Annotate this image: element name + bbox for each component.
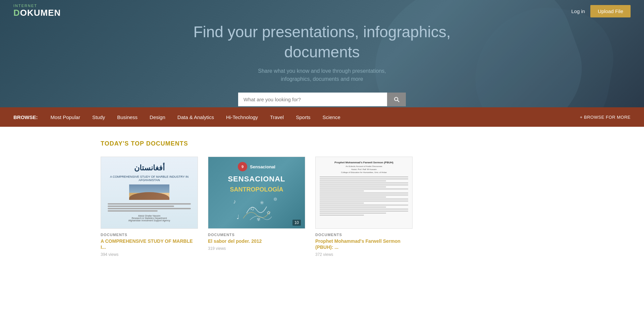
logo-name: DOKUMEN xyxy=(13,8,61,18)
main-content: TODAY'S TOP DOCUMENTS أفغانستان A COMPRE… xyxy=(0,127,644,277)
browse-more[interactable]: + BROWSE FOR MORE xyxy=(580,115,631,120)
hero-subtitle-line2: infographics, documents and more xyxy=(281,76,363,82)
doc1-photo xyxy=(129,184,169,200)
doc-thumbnail-1: أفغانستان A COMPREHENSIVE STUDY OF MARBL… xyxy=(101,157,198,229)
logo[interactable]: internet DOKUMEN xyxy=(13,4,61,18)
browse-label: BROWSE: xyxy=(13,114,38,120)
logo-d: D xyxy=(13,8,20,18)
hero-title: Find your presentations, infographics, d… xyxy=(193,22,450,62)
hero-subtitle-line1: Share what you know and love through pre… xyxy=(258,68,386,74)
login-button[interactable]: Log in xyxy=(571,8,585,14)
hero-subtitle: Share what you know and love through pre… xyxy=(258,67,386,83)
doc-name-1: A COMPREHENSIVE STUDY OF MARBLE I... xyxy=(101,238,198,250)
logo-tagline: internet xyxy=(13,4,61,8)
browse-item-study[interactable]: Study xyxy=(86,107,111,127)
hero-content: Find your presentations, infographics, d… xyxy=(193,22,450,107)
search-input[interactable] xyxy=(238,93,387,106)
upload-button[interactable]: Upload File xyxy=(590,5,631,17)
doc-card-2[interactable]: 9 Sensacional SENSACIONAL SANTROPOLOGÍA … xyxy=(208,157,305,257)
doc-name-3: Prophet Mohammad's Farwell Sermon (PBUH)… xyxy=(315,238,413,250)
browse-item-most-popular[interactable]: Most Popular xyxy=(45,107,86,127)
hero-title-line1: Find your presentations, infographics, xyxy=(193,23,450,41)
nav-right: Log in Upload File xyxy=(571,5,631,17)
hero-title-line2: documents xyxy=(284,43,360,61)
search-icon xyxy=(393,96,400,103)
search-bar xyxy=(238,93,406,106)
browse-inner: BROWSE: Most Popular Study Business Desi… xyxy=(0,107,644,127)
browse-bar: BROWSE: Most Popular Study Business Desi… xyxy=(0,107,644,127)
browse-item-sports[interactable]: Sports xyxy=(290,107,316,127)
browse-item-design[interactable]: Design xyxy=(144,107,171,127)
doc-type-2: DOCUMENTS xyxy=(208,233,305,237)
doc-views-2: 319 views xyxy=(208,246,305,251)
browse-item-travel[interactable]: Travel xyxy=(264,107,290,127)
doc-card-1[interactable]: أفغانستان A COMPREHENSIVE STUDY OF MARBL… xyxy=(101,157,198,257)
doc-type-3: DOCUMENTS xyxy=(315,233,413,237)
browse-item-science[interactable]: Science xyxy=(317,107,346,127)
doc-type-1: DOCUMENTS xyxy=(101,233,198,237)
doc1-title: أفغانستان xyxy=(134,164,165,172)
search-button[interactable] xyxy=(387,93,406,106)
doc-views-1: 394 views xyxy=(101,252,198,257)
documents-grid: أفغانستان A COMPREHENSIVE STUDY OF MARBL… xyxy=(101,157,543,257)
browse-item-data-analytics[interactable]: Data & Analytics xyxy=(171,107,220,127)
header: internet DOKUMEN Log in Upload File Find… xyxy=(0,0,644,107)
browse-item-hi-technology[interactable]: Hi-Technology xyxy=(220,107,264,127)
browse-item-business[interactable]: Business xyxy=(111,107,144,127)
doc-thumbnail-3: Prophet Mohammad's Farwell Sermon (PBUH)… xyxy=(315,157,413,229)
doc-views-3: 372 views xyxy=(315,252,413,257)
doc-name-2: El sabor del poder. 2012 xyxy=(208,238,305,244)
logo-rest: OKUMEN xyxy=(20,8,61,18)
doc-thumbnail-2: 9 Sensacional SENSACIONAL SANTROPOLOGÍA … xyxy=(208,157,305,229)
doc-card-3[interactable]: Prophet Mohammad's Farwell Sermon (PBUH)… xyxy=(315,157,413,257)
section-title: TODAY'S TOP DOCUMENTS xyxy=(101,140,543,147)
navbar: internet DOKUMEN Log in Upload File xyxy=(0,0,644,22)
